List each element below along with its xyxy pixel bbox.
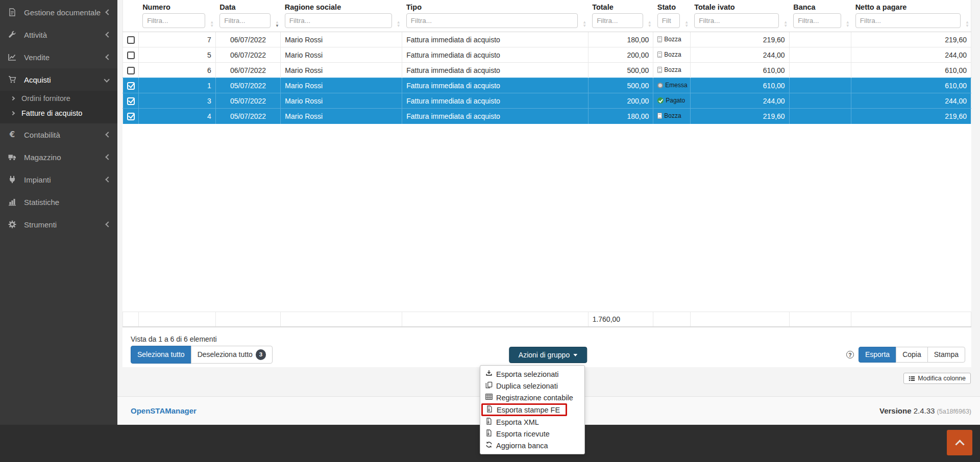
menu-item-esporta-selezionati[interactable]: Esporta selezionati bbox=[480, 368, 584, 380]
column-label: Data bbox=[219, 3, 278, 11]
column-header-tipo[interactable]: Tipo▲▼ bbox=[402, 0, 588, 32]
sidebar-subitem-label: Fatture di acquisto bbox=[21, 109, 82, 117]
menu-item-esporta-xml[interactable]: Esporta XML bbox=[480, 416, 584, 428]
help-icon[interactable]: ? bbox=[846, 351, 854, 358]
version-text: Versione 2.4.33 (5a18f6963) bbox=[879, 406, 971, 415]
filter-input-banca[interactable] bbox=[793, 13, 841, 28]
menu-item-aggiorna-banca[interactable]: Aggiorna banca bbox=[480, 440, 584, 451]
status-badge: Bozza bbox=[657, 112, 681, 119]
cell-totale: 500,00 bbox=[588, 78, 653, 93]
cell-banca bbox=[789, 93, 851, 109]
cell-tipo: Fattura immediata di acquisto bbox=[402, 93, 588, 109]
filter-input-stato[interactable] bbox=[657, 13, 680, 28]
copy-icon bbox=[485, 381, 493, 390]
chevron-left-icon bbox=[105, 132, 111, 137]
totals-cell-totale_ivato bbox=[690, 312, 789, 327]
status-label: Bozza bbox=[664, 51, 681, 58]
sidebar-item-contabilita[interactable]: €Contabilità bbox=[0, 123, 117, 146]
status-badge: Emessa bbox=[657, 82, 687, 89]
column-header-numero[interactable]: Numero▲▼ bbox=[138, 0, 215, 32]
cell-stato: Bozza bbox=[653, 109, 690, 124]
column-label: Tipo bbox=[406, 3, 585, 11]
cell-tipo: Fattura immediata di acquisto bbox=[402, 63, 588, 78]
file-icon bbox=[657, 52, 662, 58]
cell-data: 05/07/2022 bbox=[215, 78, 281, 93]
sort-carets-icon: ▲▼ bbox=[275, 20, 279, 28]
footer-brand-link[interactable]: OpenSTAManager bbox=[131, 406, 197, 415]
column-header-ragione_sociale[interactable]: Ragione sociale▲▼ bbox=[281, 0, 402, 32]
cell-banca bbox=[789, 109, 851, 124]
menu-item-esporta-stampe-fe[interactable]: Esporta stampe FE bbox=[481, 403, 567, 416]
row-checkbox[interactable] bbox=[127, 82, 135, 90]
table-row[interactable]: 606/07/2022Mario RossiFattura immediata … bbox=[123, 63, 971, 78]
row-checkbox[interactable] bbox=[127, 52, 135, 59]
cell-totale_ivato: 244,00 bbox=[690, 47, 789, 63]
file-icon bbox=[657, 67, 662, 73]
column-header-banca[interactable]: Banca▲▼ bbox=[789, 0, 851, 32]
status-label: Pagato bbox=[666, 97, 685, 104]
print-button[interactable]: Stampa bbox=[927, 347, 965, 363]
menu-item-registrazione-contabile[interactable]: Registrazione contabile bbox=[480, 392, 584, 403]
sidebar-item-label: Impianti bbox=[24, 175, 106, 184]
group-actions-button[interactable]: Azioni di gruppo bbox=[509, 347, 587, 363]
select-all-button[interactable]: Seleziona tutto bbox=[131, 346, 191, 364]
sidebar-item-impianti[interactable]: Impianti bbox=[0, 168, 117, 191]
table-row[interactable]: 105/07/2022Mario RossiFattura immediata … bbox=[123, 78, 971, 93]
menu-item-label: Registrazione contabile bbox=[496, 394, 573, 402]
sidebar-item-attivita[interactable]: Attività bbox=[0, 23, 117, 46]
filter-input-ragione_sociale[interactable] bbox=[285, 13, 392, 28]
status-label: Emessa bbox=[665, 82, 687, 89]
row-checkbox[interactable] bbox=[127, 36, 135, 44]
cell-checkbox bbox=[123, 32, 139, 47]
menu-item-esporta-ricevute[interactable]: Esporta ricevute bbox=[480, 428, 584, 440]
sidebar-item-ordini-fornitore[interactable]: Ordini fornitore bbox=[0, 91, 117, 106]
cell-numero: 4 bbox=[138, 109, 215, 124]
sidebar-item-label: Strumenti bbox=[24, 220, 106, 229]
sidebar-item-vendite[interactable]: Vendite bbox=[0, 46, 117, 68]
column-header-stato[interactable]: Stato▲▼ bbox=[653, 0, 690, 32]
sidebar-item-gestione-documentale[interactable]: Gestione documentale bbox=[0, 1, 117, 23]
totals-cell-stato bbox=[653, 312, 690, 327]
sidebar-item-fatture-di-acquisto[interactable]: Fatture di acquisto bbox=[0, 106, 117, 120]
table-row[interactable]: 405/07/2022Mario RossiFattura immediata … bbox=[123, 109, 971, 124]
cell-data: 06/07/2022 bbox=[215, 32, 281, 47]
column-header-totale[interactable]: Totale▲▼ bbox=[588, 0, 653, 32]
column-header-netto[interactable]: Netto a pagare▲▼ bbox=[851, 0, 971, 32]
cell-ragione_sociale: Mario Rossi bbox=[281, 47, 402, 63]
filter-input-numero[interactable] bbox=[142, 13, 205, 28]
sidebar-item-statistiche[interactable]: Statistiche bbox=[0, 191, 117, 213]
column-header-data[interactable]: Data▲▼ bbox=[215, 0, 281, 32]
edit-columns-button[interactable]: Modifica colonne bbox=[903, 373, 971, 384]
scroll-top-button[interactable] bbox=[947, 430, 972, 455]
cell-ragione_sociale: Mario Rossi bbox=[281, 93, 402, 109]
column-label: Ragione sociale bbox=[285, 3, 399, 11]
column-label: Numero bbox=[142, 3, 212, 11]
filter-input-data[interactable] bbox=[219, 13, 271, 28]
filter-input-netto[interactable] bbox=[855, 13, 961, 28]
column-header-totale_ivato[interactable]: Totale ivato▲▼ bbox=[690, 0, 789, 32]
export-button[interactable]: Esporta bbox=[859, 347, 896, 363]
row-checkbox[interactable] bbox=[127, 113, 135, 120]
sidebar-item-acquisti[interactable]: Acquisti bbox=[0, 68, 117, 91]
row-checkbox[interactable] bbox=[127, 97, 135, 105]
filter-input-tipo[interactable] bbox=[406, 13, 578, 28]
cell-numero: 3 bbox=[138, 93, 215, 109]
deselect-all-button[interactable]: Deseleziona tutto3 bbox=[191, 346, 273, 364]
sidebar-item-strumenti[interactable]: Strumenti bbox=[0, 213, 117, 236]
group-actions-dropdown: Esporta selezionatiDuplica selezionatiRe… bbox=[480, 365, 585, 454]
filter-input-totale_ivato[interactable] bbox=[694, 13, 779, 28]
table-row[interactable]: 706/07/2022Mario RossiFattura immediata … bbox=[123, 32, 971, 47]
row-checkbox[interactable] bbox=[127, 67, 135, 74]
menu-item-duplica-selezionati[interactable]: Duplica selezionati bbox=[480, 380, 584, 392]
cell-ragione_sociale: Mario Rossi bbox=[281, 63, 402, 78]
cell-netto: 244,00 bbox=[851, 93, 971, 109]
sidebar-item-magazzino[interactable]: Magazzino bbox=[0, 146, 117, 168]
actions-row: Seleziona tutto Deseleziona tutto3 Azion… bbox=[131, 347, 965, 363]
cell-stato: Bozza bbox=[653, 63, 690, 78]
cell-totale: 200,00 bbox=[588, 93, 653, 109]
filter-input-totale[interactable] bbox=[592, 13, 643, 28]
copy-button[interactable]: Copia bbox=[896, 347, 928, 363]
cell-numero: 5 bbox=[138, 47, 215, 63]
table-row[interactable]: 506/07/2022Mario RossiFattura immediata … bbox=[123, 47, 971, 63]
table-row[interactable]: 305/07/2022Mario RossiFattura immediata … bbox=[123, 93, 971, 109]
